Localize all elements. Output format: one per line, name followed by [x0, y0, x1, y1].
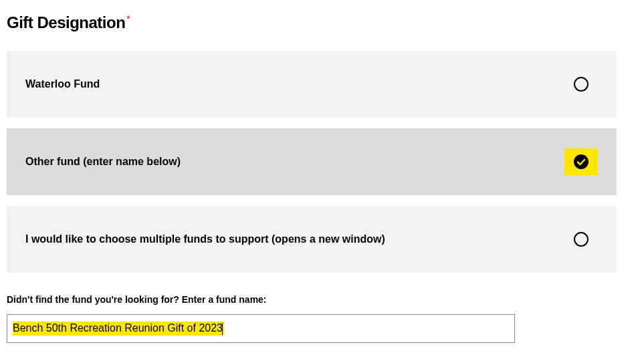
radio-unchecked-icon — [574, 232, 588, 247]
svg-point-0 — [574, 154, 588, 169]
section-heading: Gift Designation* — [7, 13, 637, 32]
option-multiple-funds[interactable]: I would like to choose multiple funds to… — [7, 206, 617, 273]
check-circle-icon — [573, 154, 589, 170]
radio-wrap — [564, 71, 598, 98]
fund-name-hint: Didn't find the fund you're looking for?… — [7, 294, 637, 305]
option-other-fund[interactable]: Other fund (enter name below) — [7, 128, 617, 195]
option-label: I would like to choose multiple funds to… — [25, 233, 385, 245]
radio-unchecked-icon — [574, 77, 588, 92]
option-label: Waterloo Fund — [25, 78, 100, 90]
fund-name-input[interactable]: Bench 50th Recreation Reunion Gift of 20… — [13, 322, 224, 336]
heading-text: Gift Designation — [7, 13, 125, 31]
fund-name-input-value: Bench 50th Recreation Reunion Gift of 20… — [13, 322, 223, 334]
radio-wrap — [564, 148, 598, 175]
option-label: Other fund (enter name below) — [25, 156, 181, 168]
required-asterisk: * — [126, 13, 130, 24]
text-cursor-icon — [222, 323, 223, 335]
fund-name-input-container[interactable]: Bench 50th Recreation Reunion Gift of 20… — [7, 314, 515, 343]
radio-wrap — [564, 226, 598, 253]
option-waterloo-fund[interactable]: Waterloo Fund — [7, 51, 617, 118]
